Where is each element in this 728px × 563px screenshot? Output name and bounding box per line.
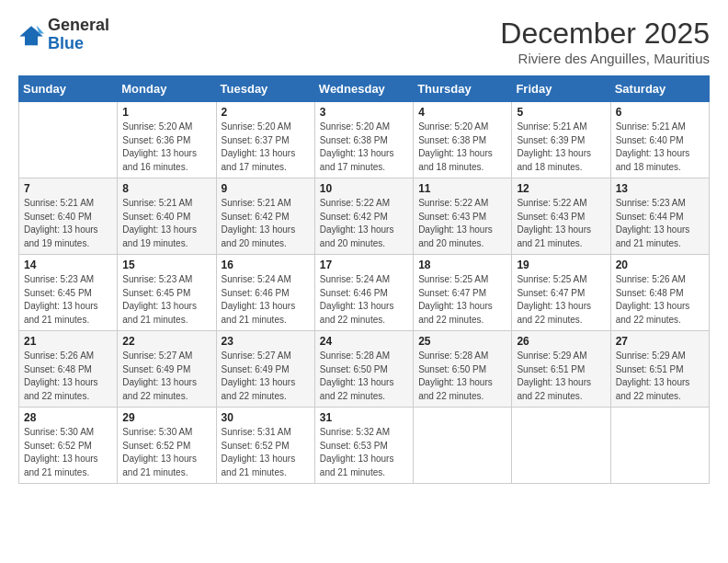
table-row: 13Sunrise: 5:23 AMSunset: 6:44 PMDayligh…: [610, 178, 709, 255]
day-number: 2: [222, 106, 310, 119]
table-row: 31Sunrise: 5:32 AMSunset: 6:53 PMDayligh…: [314, 408, 413, 484]
day-info: Sunrise: 5:30 AMSunset: 6:52 PMDaylight:…: [24, 426, 112, 479]
day-number: 20: [616, 259, 704, 271]
day-info: Sunrise: 5:21 AMSunset: 6:40 PMDaylight:…: [616, 121, 704, 174]
table-row: 12Sunrise: 5:22 AMSunset: 6:43 PMDayligh…: [512, 178, 610, 255]
day-number: 27: [616, 335, 704, 348]
day-number: 29: [122, 411, 210, 424]
day-info: Sunrise: 5:30 AMSunset: 6:52 PMDaylight:…: [122, 426, 210, 479]
day-info: Sunrise: 5:20 AMSunset: 6:38 PMDaylight:…: [418, 121, 506, 174]
table-row: 8Sunrise: 5:21 AMSunset: 6:40 PMDaylight…: [118, 178, 216, 255]
logo-blue-text: Blue: [48, 35, 109, 53]
day-number: 11: [418, 182, 506, 195]
day-info: Sunrise: 5:20 AMSunset: 6:38 PMDaylight:…: [320, 121, 408, 174]
table-row: 4Sunrise: 5:20 AMSunset: 6:38 PMDaylight…: [414, 102, 512, 178]
table-row: 16Sunrise: 5:24 AMSunset: 6:46 PMDayligh…: [216, 255, 314, 331]
table-row: 10Sunrise: 5:22 AMSunset: 6:42 PMDayligh…: [314, 178, 413, 255]
day-info: Sunrise: 5:23 AMSunset: 6:45 PMDaylight:…: [24, 273, 112, 327]
table-row: 11Sunrise: 5:22 AMSunset: 6:43 PMDayligh…: [414, 178, 512, 255]
table-row: 29Sunrise: 5:30 AMSunset: 6:52 PMDayligh…: [118, 408, 216, 484]
month-title: December 2025: [500, 17, 710, 51]
day-number: 1: [122, 106, 210, 119]
day-number: 22: [122, 335, 210, 348]
table-row: 18Sunrise: 5:25 AMSunset: 6:47 PMDayligh…: [414, 255, 512, 331]
day-number: 16: [222, 259, 310, 271]
day-info: Sunrise: 5:23 AMSunset: 6:44 PMDaylight:…: [616, 197, 704, 250]
day-number: 18: [418, 259, 506, 271]
location-subtitle: Riviere des Anguilles, Mauritius: [500, 51, 710, 66]
logo-general-text: General: [48, 17, 109, 35]
table-row: 17Sunrise: 5:24 AMSunset: 6:46 PMDayligh…: [314, 255, 413, 331]
day-info: Sunrise: 5:21 AMSunset: 6:39 PMDaylight:…: [517, 121, 605, 174]
table-row: 28Sunrise: 5:30 AMSunset: 6:52 PMDayligh…: [19, 408, 118, 484]
table-row: [414, 408, 512, 484]
day-number: 12: [517, 182, 605, 195]
day-info: Sunrise: 5:25 AMSunset: 6:47 PMDaylight:…: [517, 273, 605, 327]
day-info: Sunrise: 5:21 AMSunset: 6:40 PMDaylight:…: [122, 197, 210, 250]
title-block: December 2025 Riviere des Anguilles, Mau…: [500, 17, 710, 66]
calendar-week-row: 28Sunrise: 5:30 AMSunset: 6:52 PMDayligh…: [19, 408, 710, 484]
day-number: 9: [222, 182, 310, 195]
table-row: 19Sunrise: 5:25 AMSunset: 6:47 PMDayligh…: [512, 255, 610, 331]
day-number: 10: [320, 182, 408, 195]
calendar-header-row: Sunday Monday Tuesday Wednesday Thursday…: [19, 76, 710, 102]
logo-text: General Blue: [48, 17, 109, 53]
calendar-week-row: 21Sunrise: 5:26 AMSunset: 6:48 PMDayligh…: [19, 331, 710, 408]
header-thursday: Thursday: [414, 76, 512, 102]
day-number: 5: [517, 106, 605, 119]
day-number: 7: [24, 182, 112, 195]
table-row: 1Sunrise: 5:20 AMSunset: 6:36 PMDaylight…: [118, 102, 216, 178]
table-row: 24Sunrise: 5:28 AMSunset: 6:50 PMDayligh…: [314, 331, 413, 408]
day-number: 24: [320, 335, 408, 348]
table-row: 2Sunrise: 5:20 AMSunset: 6:37 PMDaylight…: [216, 102, 314, 178]
day-info: Sunrise: 5:32 AMSunset: 6:53 PMDaylight:…: [320, 426, 408, 479]
table-row: 23Sunrise: 5:27 AMSunset: 6:49 PMDayligh…: [216, 331, 314, 408]
table-row: 9Sunrise: 5:21 AMSunset: 6:42 PMDaylight…: [216, 178, 314, 255]
calendar-week-row: 1Sunrise: 5:20 AMSunset: 6:36 PMDaylight…: [19, 102, 710, 178]
day-number: 25: [418, 335, 506, 348]
header-tuesday: Tuesday: [216, 76, 314, 102]
day-info: Sunrise: 5:28 AMSunset: 6:50 PMDaylight:…: [418, 350, 506, 403]
page: General Blue December 2025 Riviere des A…: [0, 0, 728, 563]
day-info: Sunrise: 5:25 AMSunset: 6:47 PMDaylight:…: [418, 273, 506, 327]
day-number: 19: [517, 259, 605, 271]
day-number: 26: [517, 335, 605, 348]
day-number: 6: [616, 106, 704, 119]
day-number: 8: [122, 182, 210, 195]
day-info: Sunrise: 5:24 AMSunset: 6:46 PMDaylight:…: [320, 273, 408, 327]
header-saturday: Saturday: [610, 76, 709, 102]
day-number: 30: [222, 411, 310, 424]
header-monday: Monday: [118, 76, 216, 102]
day-info: Sunrise: 5:22 AMSunset: 6:43 PMDaylight:…: [418, 197, 506, 250]
day-info: Sunrise: 5:27 AMSunset: 6:49 PMDaylight:…: [222, 350, 310, 403]
day-info: Sunrise: 5:21 AMSunset: 6:40 PMDaylight:…: [24, 197, 112, 250]
header-friday: Friday: [512, 76, 610, 102]
day-info: Sunrise: 5:21 AMSunset: 6:42 PMDaylight:…: [222, 197, 310, 250]
logo-icon: [18, 22, 44, 48]
day-number: 21: [24, 335, 112, 348]
table-row: 26Sunrise: 5:29 AMSunset: 6:51 PMDayligh…: [512, 331, 610, 408]
day-info: Sunrise: 5:26 AMSunset: 6:48 PMDaylight:…: [24, 350, 112, 403]
day-info: Sunrise: 5:27 AMSunset: 6:49 PMDaylight:…: [122, 350, 210, 403]
day-info: Sunrise: 5:22 AMSunset: 6:43 PMDaylight:…: [517, 197, 605, 250]
day-number: 4: [418, 106, 506, 119]
day-info: Sunrise: 5:22 AMSunset: 6:42 PMDaylight:…: [320, 197, 408, 250]
table-row: [19, 102, 118, 178]
table-row: 21Sunrise: 5:26 AMSunset: 6:48 PMDayligh…: [19, 331, 118, 408]
logo: General Blue: [18, 17, 109, 53]
day-info: Sunrise: 5:23 AMSunset: 6:45 PMDaylight:…: [122, 273, 210, 327]
day-info: Sunrise: 5:26 AMSunset: 6:48 PMDaylight:…: [616, 273, 704, 327]
day-info: Sunrise: 5:29 AMSunset: 6:51 PMDaylight:…: [616, 350, 704, 403]
day-number: 3: [320, 106, 408, 119]
day-number: 23: [222, 335, 310, 348]
day-info: Sunrise: 5:28 AMSunset: 6:50 PMDaylight:…: [320, 350, 408, 403]
table-row: 6Sunrise: 5:21 AMSunset: 6:40 PMDaylight…: [610, 102, 709, 178]
table-row: 22Sunrise: 5:27 AMSunset: 6:49 PMDayligh…: [118, 331, 216, 408]
day-info: Sunrise: 5:24 AMSunset: 6:46 PMDaylight:…: [222, 273, 310, 327]
table-row: 25Sunrise: 5:28 AMSunset: 6:50 PMDayligh…: [414, 331, 512, 408]
day-info: Sunrise: 5:20 AMSunset: 6:36 PMDaylight:…: [122, 121, 210, 174]
header-wednesday: Wednesday: [314, 76, 413, 102]
day-number: 31: [320, 411, 408, 424]
table-row: 5Sunrise: 5:21 AMSunset: 6:39 PMDaylight…: [512, 102, 610, 178]
calendar-week-row: 14Sunrise: 5:23 AMSunset: 6:45 PMDayligh…: [19, 255, 710, 331]
